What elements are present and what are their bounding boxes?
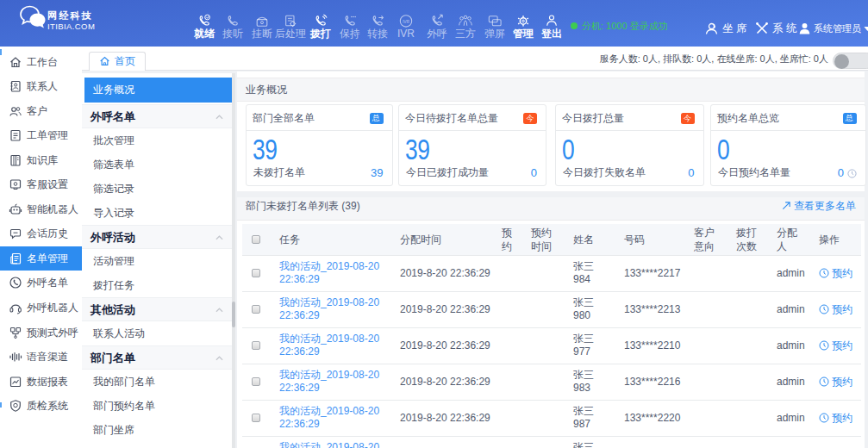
- svg-text:IVR: IVR: [403, 20, 410, 24]
